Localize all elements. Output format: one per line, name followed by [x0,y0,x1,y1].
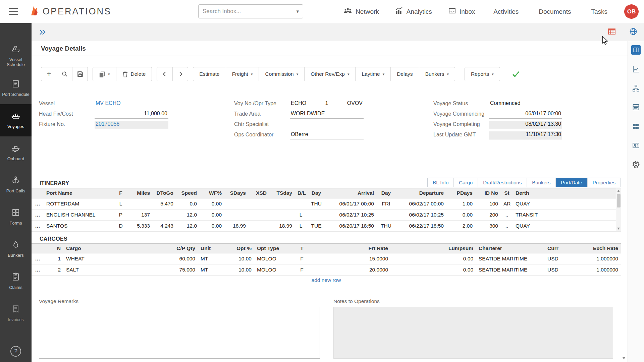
sidebar-item-claims[interactable]: Claims [0,265,32,297]
cell-lumpsum[interactable]: 0.00 [391,253,476,264]
ops-coordinator-field[interactable]: OBerre [290,131,364,139]
head-fix-cost-field[interactable]: 11,000.00 [95,111,168,119]
row-menu-icon[interactable]: … [32,253,44,264]
grid-squares-icon[interactable] [631,122,641,131]
cell-curr[interactable]: USD [545,253,575,264]
tab-bl-info[interactable]: BL Info [428,178,453,187]
cell-day-arr[interactable] [307,209,326,220]
cell-xsd[interactable] [249,198,269,209]
fixture-no-field[interactable]: 20170056 [95,121,168,129]
sidebar-item-port-schedule[interactable]: Port Schedule [0,72,32,104]
other-rev-exp-button[interactable]: Other Rev/Exp▾ [304,67,355,81]
cell-bl[interactable]: L [295,220,307,231]
cell-tsday[interactable] [269,209,295,220]
search-record-button[interactable] [57,67,72,81]
cell-exch[interactable]: 1.000000 [575,253,621,264]
cell-tsday[interactable]: 18.99 [269,220,295,231]
cell-idno[interactable]: 100 [475,198,501,209]
cell-t[interactable]: F [290,253,314,264]
cell-tsday[interactable] [269,198,295,209]
sidebar-item-invoices[interactable]: Invoices [0,297,32,329]
nav-analytics[interactable]: Analytics [387,0,440,23]
save-button[interactable] [72,67,88,81]
voy-vessel-code[interactable]: ECHO [291,100,306,107]
laytime-button[interactable]: Laytime▾ [355,67,390,81]
sidebar-item-voyages[interactable]: Voyages [0,104,32,136]
cell-arrival[interactable]: 06/02/17 10:25 [326,209,377,220]
delete-button[interactable]: Delete [116,67,152,81]
cell-wf[interactable]: 0.00 [200,220,224,231]
trade-area-field[interactable]: WORLDWIDE [290,111,364,119]
cell-lumpsum[interactable]: 0.00 [391,264,476,276]
cell-day-dep[interactable]: THU [377,220,395,231]
cell-opt-type[interactable]: MOLOO [254,264,290,276]
cell-day-dep[interactable] [377,209,395,220]
cell-dtogo[interactable]: 4,243 [153,220,176,231]
cell-bl[interactable] [295,198,307,209]
help-icon[interactable]: ? [10,346,21,357]
cell-xsd[interactable] [249,209,269,220]
cell-unit[interactable]: MT [198,264,221,276]
sidebar-item-bunkers[interactable]: Bunkers [0,233,32,265]
tab-port-date[interactable]: Port/Date [555,178,587,187]
commission-button[interactable]: Commission▾ [259,67,304,81]
cell-st[interactable]: AR [501,198,513,209]
tab-bunkers[interactable]: Bunkers [527,178,555,187]
cell-charterer[interactable]: SEATIDE MARITIME [476,253,545,264]
add-new-row-link[interactable]: add new row [32,276,621,285]
settings-gear-icon[interactable] [631,160,641,169]
row-menu-icon[interactable]: … [32,264,44,276]
row-menu-icon[interactable]: … [32,209,44,220]
user-avatar[interactable]: OB [624,4,639,19]
validated-check-icon[interactable] [512,70,520,78]
row-menu-icon[interactable]: … [32,198,44,209]
cell-port[interactable]: ROTTERDAM [44,198,114,209]
cell-sdays[interactable]: 18.99 [224,220,249,231]
cell-departure[interactable]: 06/22/17 18:50 [395,220,446,231]
cell-dtogo[interactable] [153,209,176,220]
sidebar-item-vessel-schedule[interactable]: Vessel Schedule [0,40,32,72]
row-menu-icon[interactable]: … [32,220,44,231]
cell-port[interactable]: ENGLISH CHANNEL [44,209,114,220]
cell-frt-rate[interactable]: 20.0000 [314,264,391,276]
cell-n[interactable]: 2 [44,264,63,276]
expand-panel-icon[interactable] [38,28,46,36]
voyage-commencing-field[interactable]: 06/01/17 00:00 [489,111,562,119]
search-input[interactable] [203,8,293,15]
cell-berth[interactable]: QUAY [513,220,621,231]
report-card-icon[interactable] [631,103,641,112]
nav-network[interactable]: Network [335,0,387,23]
tab-properties[interactable]: Properties [587,178,621,187]
cell-st[interactable]: .. [501,220,513,231]
new-record-button[interactable]: + [41,67,57,81]
cell-pdays[interactable]: 0.00 [446,209,475,220]
cell-curr[interactable]: USD [545,264,575,276]
vessel-field[interactable]: MV ECHO [95,100,168,108]
cell-miles[interactable]: 5,333 [127,220,153,231]
tab-draft-restrictions[interactable]: Draft/Restrictions [478,178,527,187]
cell-t[interactable]: F [290,264,314,276]
panel-layout-icon[interactable] [631,45,641,55]
cell-berth[interactable]: QUAY [513,198,621,209]
previous-record-button[interactable] [157,67,172,81]
delays-button[interactable]: Delays [390,67,419,81]
voy-number[interactable]: 1 [325,100,328,107]
scroll-thumb[interactable] [617,194,621,207]
cell-opt-pct[interactable]: 10.00 [221,253,254,264]
cell-idno[interactable]: 300 [475,220,501,231]
cell-xsd[interactable] [249,220,269,231]
main-scroll-down-icon[interactable] [621,356,627,361]
opr-type[interactable]: OVOV [347,100,363,107]
cell-exch[interactable]: 1.000000 [575,264,621,276]
cell-opt-pct[interactable]: 10.00 [221,264,254,276]
cell-f[interactable]: L [114,198,127,209]
sidebar-item-port-calls[interactable]: Port Calls [0,169,32,201]
cell-qty[interactable]: 75,000 [130,264,198,276]
scroll-down-icon[interactable] [616,226,621,231]
reports-button[interactable]: Reports▾ [465,67,500,81]
itinerary-scrollbar[interactable] [616,188,621,231]
cell-bl[interactable]: L [295,209,307,220]
tab-cargo[interactable]: Cargo [453,178,478,187]
cell-miles[interactable] [127,198,153,209]
notes-to-operations-textarea[interactable] [333,307,613,359]
